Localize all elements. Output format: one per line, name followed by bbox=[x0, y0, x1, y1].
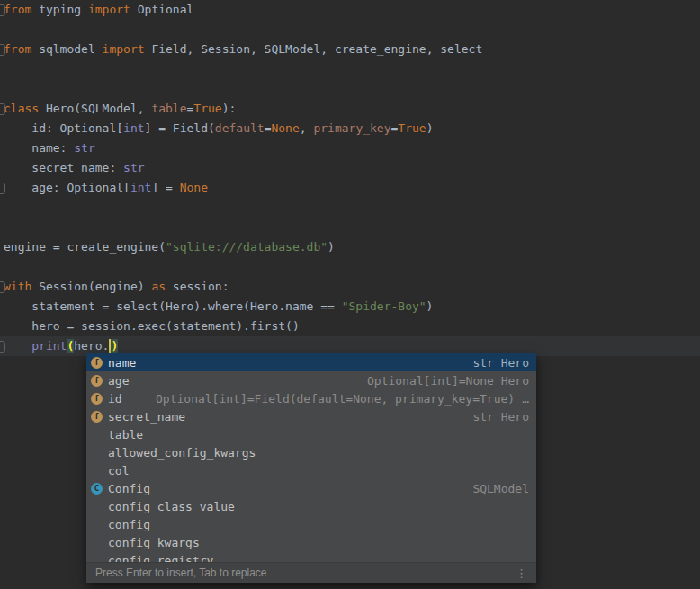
code-token: print bbox=[31, 339, 67, 353]
code-token: primary_key bbox=[313, 121, 390, 135]
class-icon: C bbox=[91, 483, 103, 495]
completion-label: allowed_config_kwargs bbox=[108, 446, 256, 460]
completion-item[interactable]: CConfigSQLModel bbox=[86, 479, 536, 497]
completion-item[interactable]: col bbox=[86, 461, 536, 479]
completion-type-hint: … bbox=[522, 392, 529, 406]
completion-item[interactable]: allowed_config_kwargs bbox=[86, 443, 536, 461]
completion-item[interactable]: fnamestr Hero bbox=[86, 353, 536, 371]
code-token: ) bbox=[426, 299, 434, 313]
code-line[interactable] bbox=[0, 218, 700, 237]
footer-hint: Press Enter to insert, Tab to replace bbox=[95, 567, 267, 579]
code-token: ) bbox=[111, 339, 118, 353]
code-line[interactable] bbox=[0, 20, 700, 40]
code-line[interactable]: hero = session.exec(statement).first() bbox=[0, 317, 700, 336]
code-line[interactable]: class Hero(SQLModel, table=True): bbox=[0, 99, 700, 119]
completion-label: config_class_value bbox=[108, 500, 235, 513]
field-icon: f bbox=[91, 375, 103, 387]
completion-item[interactable]: config_registry bbox=[86, 551, 536, 562]
code-token: hero = session.exec(statement).first() bbox=[4, 319, 300, 333]
code-token: "Spider-Boy" bbox=[342, 299, 426, 313]
completion-item[interactable]: table bbox=[86, 425, 536, 443]
gutter-icon bbox=[0, 341, 5, 353]
field-icon: f bbox=[91, 411, 103, 423]
code-token: str bbox=[123, 161, 144, 174]
gutter-icon bbox=[0, 44, 5, 56]
code-token: int bbox=[130, 181, 151, 194]
code-line[interactable] bbox=[0, 59, 700, 79]
code-line[interactable] bbox=[0, 257, 700, 277]
code-token: secret_name: bbox=[4, 161, 123, 174]
code-token: session: bbox=[166, 280, 229, 293]
code-token: "sqlite:///database.db" bbox=[166, 240, 328, 254]
code-line[interactable] bbox=[0, 198, 700, 218]
code-token: int bbox=[123, 121, 144, 135]
code-token: , bbox=[300, 121, 314, 135]
code-line[interactable]: statement = select(Hero).where(Hero.name… bbox=[0, 297, 700, 317]
completion-item[interactable]: fageOptional[int]=None Hero bbox=[86, 371, 536, 389]
autocomplete-popup: fnamestr HerofageOptional[int]=None Hero… bbox=[86, 353, 536, 583]
icon-placeholder bbox=[91, 465, 103, 477]
code-token: True bbox=[398, 121, 426, 135]
code-line[interactable]: secret_name: str bbox=[0, 158, 700, 178]
code-line[interactable]: name: str bbox=[0, 138, 700, 158]
icon-placeholder bbox=[91, 429, 103, 441]
code-line[interactable] bbox=[0, 79, 700, 99]
code-token: typing bbox=[31, 3, 88, 16]
code-editor[interactable]: from typing import Optionalfrom sqlmodel… bbox=[0, 0, 700, 356]
completion-item[interactable]: config_class_value bbox=[86, 497, 536, 515]
code-token: Field, Session, SQLModel, create_engine,… bbox=[145, 42, 483, 56]
completion-type-hint: str Hero bbox=[472, 356, 529, 370]
completion-item[interactable]: fsecret_namestr Hero bbox=[86, 407, 536, 425]
completion-label: table bbox=[108, 428, 143, 442]
code-token: statement = select(Hero).where(Hero.name… bbox=[4, 299, 342, 313]
icon-placeholder bbox=[91, 519, 103, 531]
completion-label: name bbox=[108, 356, 136, 370]
code-token: sqlmodel bbox=[31, 42, 102, 56]
completion-label: id bbox=[108, 392, 122, 406]
code-token: ] = bbox=[151, 181, 179, 194]
code-token: None bbox=[271, 121, 299, 135]
code-token: None bbox=[180, 181, 208, 194]
code-token: True bbox=[193, 102, 221, 115]
icon-placeholder bbox=[91, 447, 103, 459]
code-token: from bbox=[4, 3, 31, 16]
completion-item[interactable]: fidOptional[int]=Field(default=None, pri… bbox=[86, 389, 536, 407]
code-token: with bbox=[4, 280, 31, 293]
code-token: table bbox=[151, 102, 186, 115]
code-token: engine = create_engine( bbox=[4, 240, 166, 254]
code-token: hero. bbox=[74, 339, 109, 353]
code-token: Hero(SQLModel, bbox=[39, 102, 151, 115]
code-line[interactable]: age: Optional[int] = None bbox=[0, 178, 700, 198]
code-line[interactable]: from sqlmodel import Field, Session, SQL… bbox=[0, 40, 700, 59]
completion-type-hint: str Hero bbox=[472, 410, 529, 424]
code-token: import bbox=[88, 3, 130, 16]
completion-list: fnamestr HerofageOptional[int]=None Hero… bbox=[86, 353, 536, 562]
more-options-icon[interactable]: ⋮ bbox=[516, 567, 527, 579]
code-token: ] = Field( bbox=[145, 121, 215, 135]
code-token: as bbox=[151, 280, 166, 293]
completion-label: config_kwargs bbox=[108, 536, 200, 549]
code-line[interactable]: engine = create_engine("sqlite:///databa… bbox=[0, 237, 700, 257]
gutter-icon bbox=[0, 281, 5, 293]
code-token: ) bbox=[328, 240, 335, 254]
field-icon: f bbox=[91, 393, 103, 405]
completion-item[interactable]: config_kwargs bbox=[86, 533, 536, 551]
completion-label: secret_name bbox=[108, 410, 185, 424]
code-token: ): bbox=[222, 102, 237, 115]
completion-footer: Press Enter to insert, Tab to replace ⋮ bbox=[86, 562, 536, 583]
editor-window: from typing import Optionalfrom sqlmodel… bbox=[0, 0, 700, 589]
code-line[interactable]: with Session(engine) as session: bbox=[0, 277, 700, 297]
code-token: default bbox=[215, 121, 265, 135]
icon-placeholder bbox=[91, 537, 103, 549]
icon-placeholder bbox=[91, 555, 103, 563]
completion-label: config bbox=[108, 518, 150, 531]
code-line[interactable]: id: Optional[int] = Field(default=None, … bbox=[0, 119, 700, 138]
completion-type-hint: Optional[int]=None Hero bbox=[367, 374, 529, 388]
field-icon: f bbox=[91, 357, 103, 369]
completion-item[interactable]: config bbox=[86, 515, 536, 533]
code-token bbox=[4, 339, 31, 353]
gutter-icon bbox=[0, 4, 5, 16]
gutter-icon bbox=[0, 183, 5, 194]
code-token: ) bbox=[426, 121, 434, 135]
code-line[interactable]: from typing import Optional bbox=[0, 0, 700, 20]
